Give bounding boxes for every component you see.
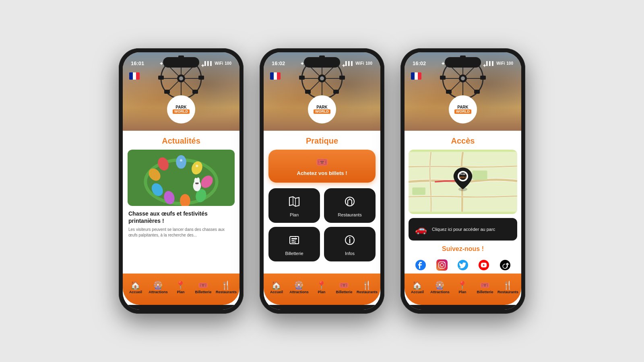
nav-label-2-accueil: Accueil	[270, 290, 283, 294]
nav-billetterie-2[interactable]: 🎟️ Billetterie	[334, 281, 354, 294]
page-title-3: Accès	[405, 131, 521, 150]
status-time-2: 16:02	[272, 60, 285, 66]
battery-text-2: 100	[365, 61, 372, 66]
grid-btn-restaurants[interactable]: Restaurants	[324, 188, 376, 223]
logo-park-3: PARK	[457, 105, 469, 109]
status-time-3: 16:02	[413, 60, 426, 66]
facebook-icon[interactable]	[413, 257, 428, 273]
plan-grid-label: Plan	[290, 212, 299, 217]
home-icon-2: 🏠	[271, 281, 281, 289]
restaurant-icon-2: 🍴	[362, 281, 372, 289]
grid-btn-plan[interactable]: Plan	[268, 188, 320, 223]
battery-text-3: 100	[506, 61, 513, 66]
logo-world-1: WORLD	[173, 109, 190, 114]
svg-rect-44	[299, 76, 305, 80]
social-title: Suivez-nous !	[410, 245, 516, 253]
svg-rect-12	[164, 90, 170, 94]
plan-icon-2: 📍	[316, 281, 326, 289]
infos-grid-label: Infos	[345, 251, 355, 256]
instagram-icon[interactable]	[434, 257, 450, 273]
ticket-icon: 🎟️	[316, 156, 328, 169]
nav-label-attractions-1: Attractions	[149, 290, 168, 294]
ticket-nav-icon-3: 🎟️	[480, 281, 490, 289]
acces-content: PARK WORLD 🚗 Cliquez ici pour accéder au…	[405, 150, 521, 274]
nav-plan-1[interactable]: 📍 Plan	[171, 281, 191, 294]
wifi-icon-3: WiFi	[496, 61, 505, 66]
page-title-1: Actualités	[123, 131, 239, 150]
attractions-icon-2: 🎡	[294, 281, 304, 289]
svg-point-97	[444, 262, 445, 263]
nav-label-3-billetterie: Billetterie	[477, 290, 493, 294]
svg-rect-94	[436, 259, 448, 271]
car-icon: 🚗	[415, 224, 427, 235]
svg-rect-7	[158, 76, 164, 80]
svg-point-28	[180, 159, 182, 162]
buy-ticket-button[interactable]: 🎟️ Achetez vos billets !	[268, 150, 376, 183]
flag-france-2	[270, 72, 281, 80]
logo-badge-2: PARK WORLD	[308, 95, 336, 123]
nav-plan-3[interactable]: 📍 Plan	[452, 281, 473, 294]
nav-accueil-1[interactable]: 🏠 Accueil	[126, 281, 146, 294]
bottom-nav-2: 🏠 Accueil 🎡 Attractions 📍 Plan 🎟️ Billet…	[264, 274, 380, 305]
svg-rect-10	[192, 90, 198, 94]
news-headline: Chasse aux œufs et festivités printanièr…	[128, 210, 234, 224]
nav-restaurants-2[interactable]: 🍴 Restaurants	[357, 281, 378, 294]
svg-rect-8	[198, 76, 204, 80]
twitter-icon[interactable]	[455, 257, 471, 273]
logo-park-1: PARK	[175, 105, 187, 109]
eggs-decoration	[128, 150, 235, 206]
svg-point-14	[179, 76, 183, 80]
status-time-1: 16:01	[131, 60, 144, 66]
svg-point-82	[461, 76, 465, 80]
nav-label-restaurants-1: Restaurants	[216, 290, 237, 294]
svg-point-19	[176, 155, 186, 169]
billetterie-grid-icon	[288, 234, 300, 249]
status-icons-1: ▌▌▌ WiFi 100	[204, 61, 231, 66]
youtube-icon[interactable]	[476, 257, 491, 273]
news-text-1: Chasse aux œufs et festivités printanièr…	[123, 210, 239, 238]
page-title-2: Pratique	[264, 131, 380, 150]
nav-label-plan-1: Plan	[177, 290, 184, 294]
svg-text:PARK: PARK	[460, 173, 466, 175]
svg-point-99	[479, 260, 489, 270]
grid-btn-billetterie[interactable]: Billetterie	[268, 227, 320, 261]
svg-rect-63	[291, 242, 295, 243]
map-area[interactable]: PARK WORLD	[409, 150, 517, 214]
social-section: Suivez-nous !	[405, 245, 521, 273]
nav-attractions-3[interactable]: 🎡 Attractions	[430, 281, 450, 294]
svg-point-35	[197, 183, 198, 184]
nav-billetterie-3[interactable]: 🎟️ Billetterie	[475, 281, 495, 294]
nav-accueil-2[interactable]: 🏠 Accueil	[266, 281, 287, 294]
nav-label-2-plan: Plan	[318, 290, 325, 294]
logo-park-2: PARK	[316, 105, 328, 109]
nav-restaurants-1[interactable]: 🍴 Restaurants	[216, 281, 237, 294]
nav-accueil-3[interactable]: 🏠 Accueil	[407, 281, 427, 294]
nav-attractions-2[interactable]: 🎡 Attractions	[289, 281, 309, 294]
phone-2: 16:02 ▌▌▌ WiFi 100 ✦ ✦	[260, 48, 384, 314]
ticket-nav-icon-2: 🎟️	[339, 281, 349, 289]
pratique-content: 🎟️ Achetez vos billets !	[264, 150, 380, 274]
nav-label-billetterie-1: Billetterie	[195, 290, 211, 294]
grid-btn-infos[interactable]: Infos	[324, 227, 376, 261]
phone-3: 16:02 ▌▌▌ WiFi 100 ✦ ✦	[400, 48, 525, 314]
battery-text-1: 100	[225, 61, 231, 66]
nav-restaurants-3[interactable]: 🍴 Restaurants	[497, 281, 518, 294]
restaurant-icon-1: 🍴	[221, 281, 231, 289]
car-cta-text: Cliquez ici pour accéder au parc	[432, 227, 495, 232]
wifi-icon: WiFi	[215, 61, 223, 66]
car-cta-button[interactable]: 🚗 Cliquez ici pour accéder au parc	[409, 218, 517, 241]
content-area-3: Accès	[405, 131, 521, 274]
ticket-nav-icon-1: 🎟️	[198, 281, 208, 289]
svg-text:WORLD: WORLD	[459, 177, 466, 179]
plan-grid-icon	[288, 195, 300, 210]
bottom-nav-1: 🏠 Accueil 🎡 Attractions 📍 Plan 🎟️ Billet…	[123, 274, 239, 305]
tiktok-icon[interactable]	[497, 257, 513, 273]
nav-billetterie-1[interactable]: 🎟️ Billetterie	[193, 281, 213, 294]
logo-badge-1: PARK WORLD	[167, 95, 195, 123]
svg-rect-61	[291, 238, 297, 239]
signal-icon-2: ▌▌▌	[345, 61, 354, 66]
nav-plan-2[interactable]: 📍 Plan	[312, 281, 332, 294]
buy-btn-label: Achetez vos billets !	[297, 170, 347, 176]
home-indicator-2	[302, 306, 342, 308]
nav-attractions-1[interactable]: 🎡 Attractions	[148, 281, 168, 294]
